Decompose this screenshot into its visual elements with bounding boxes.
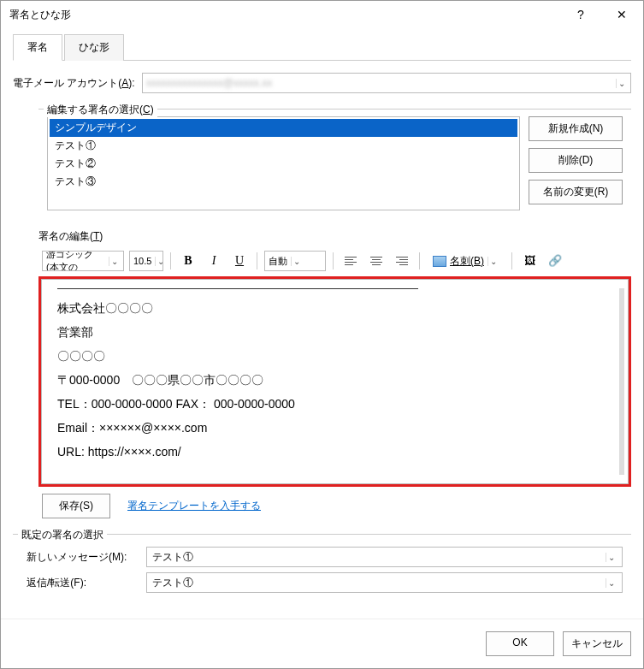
editor-line: Email：××××××@××××.com	[57, 416, 612, 440]
ok-button[interactable]: OK	[486, 631, 554, 656]
reply-forward-label: 返信/転送(F):	[27, 576, 138, 590]
signature-item-2[interactable]: テスト②	[50, 155, 517, 173]
bold-button[interactable]: B	[178, 251, 198, 271]
insert-picture-button[interactable]: 🖼	[519, 251, 540, 271]
separator	[257, 252, 257, 269]
edit-label: 署名の編集(T)	[38, 229, 631, 244]
tab-bar: 署名 ひな形	[13, 33, 631, 61]
font-select[interactable]: 游ゴシック (本文の⌄	[42, 251, 124, 271]
signature-item-1[interactable]: テスト①	[50, 137, 517, 155]
align-right-button[interactable]	[392, 251, 412, 271]
signature-buttons: 新規作成(N) 削除(D) 名前の変更(R)	[529, 116, 623, 210]
titlebar: 署名とひな形 ? ✕	[1, 1, 643, 28]
window-title: 署名とひな形	[9, 8, 71, 22]
align-right-icon	[396, 257, 408, 265]
editor-highlight: 株式会社〇〇〇〇 営業部 〇〇〇〇 〒000-0000 〇〇〇県〇〇市〇〇〇〇 …	[38, 276, 631, 487]
cancel-button[interactable]: キャンセル	[563, 631, 631, 656]
signature-select-group: 編集する署名の選択(C) シンプルデザイン テスト① テスト② テスト③ 新規作…	[38, 109, 631, 219]
signature-list[interactable]: シンプルデザイン テスト① テスト② テスト③	[47, 116, 520, 210]
editor-line: 営業部	[57, 320, 612, 344]
separator	[511, 252, 512, 269]
separator	[170, 252, 171, 269]
reply-forward-select[interactable]: テスト① ⌄	[146, 572, 623, 593]
edit-toolbar: 游ゴシック (本文の⌄ 10.5⌄ B I U 自動⌄	[38, 249, 631, 273]
delete-signature-button[interactable]: 削除(D)	[529, 148, 623, 173]
content-area: 署名 ひな形 電子メール アカウント(A): xxxxxxxxxxxxxxx@x…	[1, 28, 643, 619]
edit-section: 署名の編集(T) 游ゴシック (本文の⌄ 10.5⌄ B I U 自動⌄	[38, 229, 631, 518]
insert-link-button[interactable]: 🔗	[545, 251, 565, 271]
align-center-icon	[370, 257, 382, 265]
new-message-select[interactable]: テスト① ⌄	[146, 547, 623, 567]
signature-item-3[interactable]: テスト③	[50, 173, 517, 191]
chevron-down-icon: ⌄	[291, 257, 302, 266]
business-card-icon	[433, 256, 446, 267]
chevron-down-icon: ⌄	[616, 79, 627, 88]
dialog-footer: OK キャンセル	[1, 619, 643, 668]
account-select[interactable]: xxxxxxxxxxxxxxx@xxxxx.xx ⌄	[142, 73, 631, 93]
tab-stationery[interactable]: ひな形	[64, 34, 124, 61]
underline-button[interactable]: U	[229, 251, 250, 271]
align-left-icon	[345, 257, 357, 265]
editor-line: 〒000-0000 〇〇〇県〇〇市〇〇〇〇	[57, 368, 612, 392]
default-group-label: 既定の署名の選択	[18, 528, 107, 542]
separator	[333, 252, 334, 269]
close-icon[interactable]: ✕	[609, 4, 635, 25]
font-color-select[interactable]: 自動⌄	[264, 251, 326, 271]
new-signature-button[interactable]: 新規作成(N)	[529, 116, 623, 141]
separator	[419, 252, 420, 269]
get-template-link[interactable]: 署名テンプレートを入手する	[127, 499, 261, 513]
align-center-button[interactable]	[366, 251, 387, 271]
dialog-window: 署名とひな形 ? ✕ 署名 ひな形 電子メール アカウント(A): xxxxxx…	[0, 0, 644, 669]
help-icon[interactable]: ?	[568, 4, 594, 25]
account-row: 電子メール アカウント(A): xxxxxxxxxxxxxxx@xxxxx.xx…	[13, 73, 631, 93]
chevron-down-icon: ⌄	[606, 553, 617, 562]
editor-scrollbar[interactable]	[619, 288, 624, 475]
editor-line: TEL：000-0000-0000 FAX： 000-0000-0000	[57, 392, 612, 416]
business-card-button[interactable]: 名刺(B) ⌄	[427, 251, 505, 271]
account-value: xxxxxxxxxxxxxxx@xxxxx.xx	[146, 77, 273, 89]
account-label: 電子メール アカウント(A):	[13, 76, 135, 91]
signature-select-label: 編集する署名の選択(C)	[44, 103, 157, 117]
align-left-button[interactable]	[340, 251, 361, 271]
chevron-down-icon: ⌄	[487, 257, 499, 266]
editor-rule	[57, 288, 418, 289]
default-reply-row: 返信/転送(F): テスト① ⌄	[27, 572, 623, 593]
editor-line: URL: https://××××.com/	[57, 440, 612, 464]
below-editor-row: 保存(S) 署名テンプレートを入手する	[42, 494, 631, 518]
chevron-down-icon: ⌄	[155, 257, 163, 266]
editor-line: 株式会社〇〇〇〇	[57, 296, 612, 320]
signature-editor[interactable]: 株式会社〇〇〇〇 営業部 〇〇〇〇 〒000-0000 〇〇〇県〇〇市〇〇〇〇 …	[41, 279, 629, 484]
rename-signature-button[interactable]: 名前の変更(R)	[529, 180, 623, 204]
default-signature-group: 既定の署名の選択 新しいメッセージ(M): テスト① ⌄ 返信/転送(F): テ…	[13, 534, 631, 607]
chevron-down-icon: ⌄	[109, 257, 120, 266]
titlebar-controls: ? ✕	[568, 4, 635, 25]
editor-line: 〇〇〇〇	[57, 344, 612, 368]
tab-signature[interactable]: 署名	[13, 34, 62, 61]
chevron-down-icon: ⌄	[606, 578, 617, 588]
save-button[interactable]: 保存(S)	[42, 494, 110, 518]
default-new-row: 新しいメッセージ(M): テスト① ⌄	[27, 547, 623, 567]
italic-button[interactable]: I	[204, 251, 224, 271]
new-message-label: 新しいメッセージ(M):	[27, 550, 138, 565]
font-size-select[interactable]: 10.5⌄	[129, 251, 163, 271]
signature-item-0[interactable]: シンプルデザイン	[50, 119, 517, 137]
